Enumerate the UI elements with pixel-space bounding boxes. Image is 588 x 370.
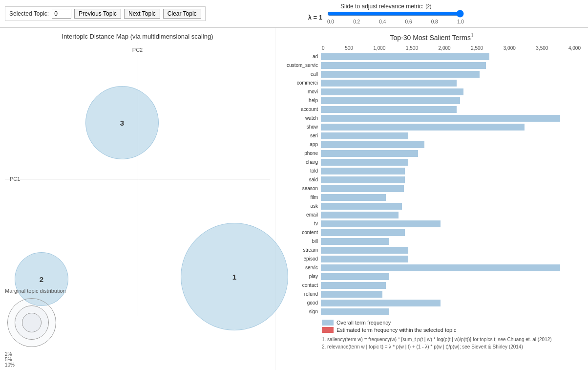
- bar-area[interactable]: [321, 203, 580, 210]
- bar-overall: [321, 300, 441, 306]
- bar-row: stream: [283, 246, 581, 254]
- legend-item-topic: Estimated term frequency within the sele…: [322, 327, 581, 333]
- bar-area[interactable]: [321, 53, 580, 60]
- bar-area[interactable]: [321, 256, 580, 262]
- bar-area[interactable]: [321, 300, 580, 306]
- bar-area[interactable]: [321, 115, 580, 122]
- clear-topic-button[interactable]: Clear Topic: [163, 9, 201, 19]
- topic-bubble-3[interactable]: 3: [85, 86, 159, 159]
- bar-term-label: bill: [283, 239, 321, 244]
- bar-overall: [321, 132, 408, 139]
- bar-area[interactable]: [321, 238, 580, 245]
- bar-row: email: [283, 211, 581, 219]
- bar-area[interactable]: [321, 212, 580, 218]
- bar-term-label: custom_servic: [283, 63, 321, 68]
- footnote: 2. relevance(term w | topic t) = λ * p(w…: [322, 343, 581, 350]
- bar-area[interactable]: [321, 141, 580, 148]
- bar-row: refund: [283, 290, 581, 298]
- bar-area[interactable]: [321, 247, 580, 254]
- bar-area[interactable]: [321, 62, 580, 69]
- bar-overall: [321, 159, 408, 166]
- bar-row: account: [283, 106, 581, 113]
- bar-term-label: stream: [283, 247, 321, 253]
- bar-area[interactable]: [321, 159, 580, 166]
- bar-area[interactable]: [321, 88, 580, 95]
- selected-topic-input[interactable]: [52, 9, 71, 19]
- bar-overall: [321, 308, 389, 315]
- bar-overall: [321, 71, 480, 78]
- bar-overall: [321, 273, 389, 280]
- intertopic-map-area: PC2 PC1 3 2 1: [5, 42, 270, 316]
- bar-term-label: help: [283, 98, 321, 103]
- footnotes: 1. saliency(term w) = frequency(w) * [su…: [322, 336, 581, 350]
- bar-row: good: [283, 299, 581, 307]
- bar-row: app: [283, 141, 581, 149]
- bar-overall: [321, 115, 560, 122]
- bar-area[interactable]: [321, 273, 580, 280]
- bar-area[interactable]: [321, 194, 580, 201]
- topic-control-group: Selected Topic: Previous Topic Next Topi…: [5, 6, 206, 21]
- bar-area[interactable]: [321, 132, 580, 139]
- chart-title: Top-30 Most Salient Terms1: [283, 33, 581, 42]
- bar-term-label: email: [283, 212, 321, 218]
- bar-term-label: refund: [283, 291, 321, 297]
- bar-overall: [321, 291, 382, 298]
- bar-area[interactable]: [321, 308, 580, 315]
- bar-row: commerci: [283, 79, 581, 87]
- bar-term-label: account: [283, 107, 321, 112]
- bar-term-label: film: [283, 195, 321, 200]
- bar-row: watch: [283, 114, 581, 122]
- bar-overall: [321, 256, 408, 262]
- bar-area[interactable]: [321, 291, 580, 298]
- bar-term-label: charg: [283, 159, 321, 165]
- bar-area[interactable]: [321, 97, 580, 104]
- bar-overall: [321, 229, 405, 236]
- bar-term-label: content: [283, 230, 321, 235]
- bar-overall: [321, 176, 405, 183]
- bar-area[interactable]: [321, 80, 580, 87]
- bar-area[interactable]: [321, 124, 580, 131]
- bar-area[interactable]: [321, 168, 580, 174]
- slider-section: Slide to adjust relevance metric: (2) λ …: [308, 3, 583, 24]
- bar-row: season: [283, 185, 581, 193]
- slider-wrapper: 0.0 0.2 0.4 0.6 0.8 1.0: [327, 10, 464, 24]
- intertopic-map-title: Intertopic Distance Map (via multidimens…: [5, 33, 270, 40]
- bar-area[interactable]: [321, 185, 580, 192]
- bar-term-label: ad: [283, 54, 321, 59]
- right-panel: Top-30 Most Salient Terms1 0 500 1,000 1…: [275, 28, 588, 370]
- bar-area[interactable]: [321, 71, 580, 78]
- bar-area[interactable]: [321, 150, 580, 157]
- bar-row: show: [283, 123, 581, 131]
- bar-area[interactable]: [321, 264, 580, 271]
- marginal-title: Marginal topic distribution: [5, 288, 66, 294]
- legend-area: Overall term frequency Estimated term fr…: [322, 320, 581, 333]
- bar-term-label: commerci: [283, 80, 321, 86]
- bar-overall: [321, 168, 405, 174]
- bar-area[interactable]: [321, 176, 580, 183]
- bar-overall: [321, 220, 441, 227]
- bar-area[interactable]: [321, 282, 580, 289]
- bar-term-label: show: [283, 124, 321, 130]
- bar-row: help: [283, 97, 581, 105]
- relevance-slider[interactable]: [327, 10, 464, 18]
- bar-area[interactable]: [321, 220, 580, 227]
- bar-overall: [321, 106, 457, 113]
- bar-overall: [321, 247, 408, 254]
- previous-topic-button[interactable]: Previous Topic: [74, 9, 121, 19]
- next-topic-button[interactable]: Next Topic: [124, 9, 160, 19]
- bar-overall: [321, 97, 460, 104]
- bar-row: phone: [283, 150, 581, 157]
- slider-ticks: 0.0 0.2 0.4 0.6 0.8 1.0: [327, 19, 464, 24]
- bar-row: tv: [283, 220, 581, 228]
- topic-bubble-1[interactable]: 1: [181, 223, 288, 330]
- bar-overall: [321, 264, 560, 271]
- bar-overall: [321, 88, 463, 95]
- bar-overall: [321, 212, 399, 218]
- marginal-circle-small: [22, 313, 42, 332]
- bar-term-label: watch: [283, 115, 321, 121]
- bar-overall: [321, 185, 404, 192]
- bar-overall: [321, 62, 486, 69]
- bar-area[interactable]: [321, 106, 580, 113]
- bar-row: call: [283, 70, 581, 78]
- bar-area[interactable]: [321, 229, 580, 236]
